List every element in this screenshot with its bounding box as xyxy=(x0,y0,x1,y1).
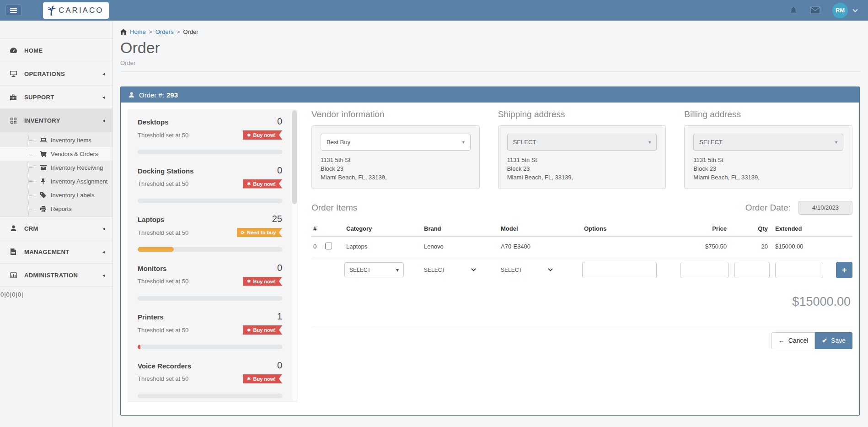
asterisk-icon: ✱ xyxy=(247,181,251,186)
bell-icon[interactable] xyxy=(789,6,798,15)
chevron-down-icon xyxy=(548,268,553,271)
breadcrumb-current: Order xyxy=(183,28,198,35)
new-qty-input[interactable] xyxy=(734,262,770,278)
collapse-caret-icon: ◂ xyxy=(102,94,105,100)
sidebar-item-management[interactable]: MANAGEMENT ◂ xyxy=(0,240,113,264)
add-item-button[interactable]: + xyxy=(836,262,852,278)
chevron-down-icon[interactable] xyxy=(852,9,858,12)
col-extended: Extended xyxy=(770,221,852,236)
back-arrow-icon: ← xyxy=(778,337,785,344)
sidebar-item-home[interactable]: HOME xyxy=(0,39,113,62)
new-extended-input[interactable] xyxy=(775,262,823,278)
laptop-icon xyxy=(39,138,47,143)
submenu-item-inventory-assignment[interactable]: Inventory Assignment xyxy=(0,174,113,188)
sidebar-item-label: MANAGEMENT xyxy=(24,249,70,255)
order-item-row: 0 Laptops Lenovo A70-E3400 $750.50 20 $1… xyxy=(311,237,852,257)
stock-item-count: 25 xyxy=(272,214,282,224)
row-qty: 20 xyxy=(729,237,770,256)
stock-item-threshold: Threshold set at 50 xyxy=(138,278,188,285)
sidebar: HOME OPERATIONS ◂ SUPPORT ◂ INVENTORY ◂ … xyxy=(0,21,113,427)
chevron-down-icon xyxy=(471,268,476,271)
new-price-input[interactable] xyxy=(680,262,729,278)
stock-item-threshold: Threshold set at 50 xyxy=(138,180,188,187)
sidebar-item-operations[interactable]: OPERATIONS ◂ xyxy=(0,62,113,86)
new-options-input[interactable] xyxy=(582,262,657,278)
col-checkbox xyxy=(323,224,344,232)
stock-progress-bar xyxy=(138,150,282,154)
sidebar-item-label: HOME xyxy=(24,47,43,54)
new-model-select[interactable]: SELECT xyxy=(499,263,555,277)
shipping-address-line3: Miami Beach, FL, 33139, xyxy=(507,173,657,182)
breadcrumb: Home > Orders > Order xyxy=(120,28,861,35)
vendor-select[interactable]: Best Buy ▾ xyxy=(321,134,471,151)
buy-now-badge: ✱Buy now! xyxy=(243,130,282,140)
submenu-item-label: Inventory Labels xyxy=(51,192,94,199)
asterisk-icon: ✱ xyxy=(247,133,251,138)
stock-item-count: 0 xyxy=(277,360,282,371)
hamburger-menu-button[interactable] xyxy=(5,5,21,16)
stock-item-name: Printers xyxy=(138,313,164,321)
check-icon: ✔ xyxy=(822,337,827,344)
submenu-item-label: Inventory Items xyxy=(51,137,91,144)
cart-icon xyxy=(39,151,47,157)
order-total: $15000.00 xyxy=(311,295,852,309)
order-date-label: Order Date: xyxy=(745,203,791,213)
save-button[interactable]: ✔ Save xyxy=(815,332,852,349)
billing-address-line1: 1131 5th St xyxy=(693,156,843,164)
shipping-address-line1: 1131 5th St xyxy=(507,156,657,164)
avatar[interactable]: RM xyxy=(832,3,848,18)
order-panel-header: Order #: 293 xyxy=(121,87,859,103)
caret-down-icon: ▾ xyxy=(835,140,837,145)
shipping-select[interactable]: SELECT ▾ xyxy=(507,134,657,151)
billing-select[interactable]: SELECT ▾ xyxy=(693,134,843,151)
sidebar-item-support[interactable]: SUPPORT ◂ xyxy=(0,86,113,109)
sidebar-item-crm[interactable]: CRM ◂ xyxy=(0,217,113,240)
caret-down-icon: ▾ xyxy=(396,267,399,273)
submenu-item-inventory-items[interactable]: Inventory Items xyxy=(0,133,113,147)
inventory-submenu: Inventory Items Vendors & Orders Invento… xyxy=(0,132,113,217)
submenu-item-label: Vendors & Orders xyxy=(51,151,98,157)
sidebar-item-administration[interactable]: ADMINISTRATION ◂ xyxy=(0,264,113,287)
stock-threshold-list: Desktops 0 Threshold set at 50 ✱Buy now!… xyxy=(128,109,298,402)
vendor-information-section: Vendor information Best Buy ▾ 1131 5th S… xyxy=(311,109,480,189)
stock-item-desktops: Desktops 0 Threshold set at 50 ✱Buy now! xyxy=(128,109,298,158)
new-category-select[interactable]: SELECT ▾ xyxy=(344,262,404,277)
row-category: Laptops xyxy=(344,237,422,256)
page-title: Order xyxy=(120,39,861,57)
pin-icon xyxy=(39,178,47,184)
stock-item-threshold: Threshold set at 50 xyxy=(138,132,188,139)
order-date-input[interactable]: 4/10/2023 xyxy=(798,201,852,215)
submenu-item-inventory-labels[interactable]: Inventory Labels xyxy=(0,188,113,202)
row-brand: Lenovo xyxy=(422,237,499,256)
cancel-button[interactable]: ← Cancel xyxy=(772,332,815,349)
submenu-item-vendors-orders[interactable]: Vendors & Orders xyxy=(0,147,113,161)
submenu-item-reports[interactable]: Reports xyxy=(0,202,113,216)
collapse-caret-icon: ◂ xyxy=(102,71,105,77)
row-extended: $15000.00 xyxy=(770,237,852,256)
row-num: 0 xyxy=(311,237,323,256)
stock-item-name: Voice Recorders xyxy=(138,362,191,370)
brand-name: CARIACO xyxy=(59,6,103,15)
stock-item-name: Monitors xyxy=(138,265,166,272)
file-icon xyxy=(9,249,17,255)
breadcrumb-link-orders[interactable]: Orders xyxy=(155,28,174,35)
row-checkbox[interactable] xyxy=(325,243,332,249)
mail-icon[interactable] xyxy=(810,6,820,14)
new-brand-select[interactable]: SELECT xyxy=(422,263,478,277)
scrollbar-thumb[interactable] xyxy=(292,110,297,204)
sidebar-item-inventory[interactable]: INVENTORY ◂ xyxy=(0,109,113,132)
stock-progress-bar xyxy=(138,394,282,398)
billing-address-heading: Billing address xyxy=(684,109,852,119)
user-icon xyxy=(9,225,17,232)
top-navbar: CARIACO RM xyxy=(0,0,868,21)
col-price: Price xyxy=(669,221,729,236)
sidebar-item-label: SUPPORT xyxy=(24,94,54,101)
user-menu[interactable]: RM xyxy=(832,3,858,18)
stock-item-name: Docking Stations xyxy=(138,167,194,175)
buy-now-badge: ✱Buy now! xyxy=(243,374,282,384)
col-num: # xyxy=(311,221,323,236)
breadcrumb-link-home[interactable]: Home xyxy=(130,28,146,35)
vendor-address-line2: Block 23 xyxy=(321,164,471,173)
submenu-item-inventory-receiving[interactable]: Inventory Receiving xyxy=(0,161,113,174)
brand-logo[interactable]: CARIACO xyxy=(43,2,109,19)
